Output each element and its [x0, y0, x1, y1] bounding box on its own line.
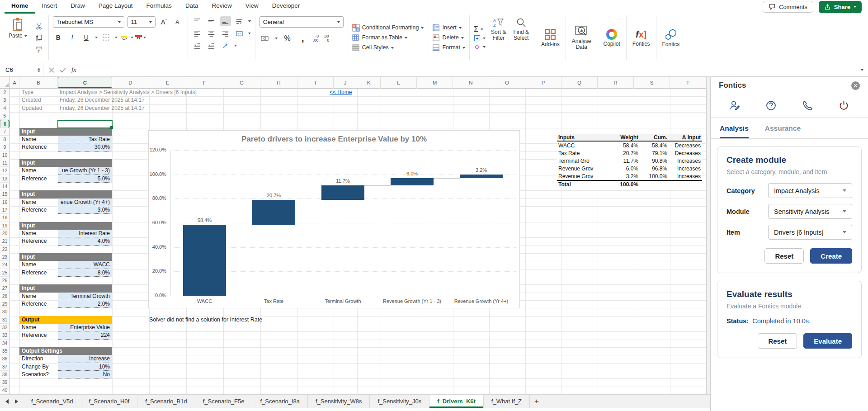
sheet-tab-f_Drivers_K6t[interactable]: f_Drivers_K6t: [429, 395, 484, 408]
row-header-22[interactable]: 22: [0, 246, 10, 253]
column-header-R[interactable]: R: [598, 77, 634, 89]
fill-button[interactable]: [474, 35, 486, 42]
signout-button[interactable]: [838, 99, 850, 112]
row-header-38[interactable]: 38: [0, 371, 10, 378]
close-pane-button[interactable]: [851, 81, 860, 90]
decrease-decimal-button[interactable]: .00→0: [323, 34, 329, 43]
underline-caret[interactable]: [95, 37, 98, 38]
copilot-button[interactable]: Copilot: [601, 28, 622, 48]
sheet-tab-f_Sensitivity_W8s[interactable]: f_Sensitivity_W8s: [308, 395, 370, 408]
sheet-tab-f_Sensitivity_J0s[interactable]: f_Sensitivity_J0s: [370, 395, 429, 408]
row-header-36[interactable]: 36: [0, 355, 10, 363]
pane-tab-assurance[interactable]: Assurance: [765, 124, 801, 138]
reference-value-cell[interactable]: 224: [58, 331, 112, 339]
reference-value-cell[interactable]: 4.0%: [58, 237, 112, 245]
column-header-S[interactable]: S: [634, 77, 670, 89]
chart-bar-0[interactable]: [183, 225, 226, 296]
row-header-30[interactable]: 30: [0, 308, 10, 316]
column-header-B[interactable]: B: [19, 77, 58, 89]
name-box-spinner[interactable]: [38, 68, 40, 72]
reference-value-cell[interactable]: 8.0%: [58, 269, 112, 277]
font-name-select[interactable]: Trebuchet MS: [53, 16, 124, 28]
chart-bar-3[interactable]: [391, 178, 434, 185]
bold-button[interactable]: B: [53, 33, 64, 43]
increase-decimal-button[interactable]: ←0.00: [313, 34, 319, 43]
align-bottom-button[interactable]: [220, 16, 231, 26]
column-header-H[interactable]: H: [260, 77, 297, 89]
borders-caret[interactable]: [115, 37, 118, 38]
fill-color-caret[interactable]: [131, 37, 133, 38]
reference-value-cell[interactable]: 2.0%: [58, 300, 112, 308]
row-header-39[interactable]: 39: [0, 378, 10, 386]
chart-bar-2[interactable]: [321, 185, 364, 199]
wrap-text-button[interactable]: [234, 16, 245, 26]
name-value-cell[interactable]: WACC: [58, 261, 112, 269]
help-button[interactable]: [765, 99, 777, 112]
row-header-37[interactable]: 37: [0, 363, 10, 371]
fontics-fx-button[interactable]: fx] Fontics: [631, 28, 652, 48]
create-button[interactable]: Create: [810, 248, 852, 264]
align-middle-button[interactable]: [206, 16, 217, 26]
align-left-button[interactable]: [192, 28, 203, 38]
row-header-7[interactable]: 7: [0, 128, 10, 136]
share-dropdown-caret[interactable]: [854, 6, 856, 8]
name-value-cell[interactable]: Tax Rate: [58, 136, 112, 143]
row-header-18[interactable]: 18: [0, 214, 10, 222]
column-header-K[interactable]: K: [357, 77, 381, 89]
column-header-E[interactable]: E: [149, 77, 186, 89]
fill-color-button[interactable]: [121, 35, 127, 40]
font-color-caret[interactable]: [143, 37, 146, 38]
name-value-cell[interactable]: enue Growth (Yr 4+): [58, 198, 112, 206]
pane-tab-analysis[interactable]: Analysis: [720, 124, 749, 138]
row-header-12[interactable]: 12: [0, 167, 10, 175]
pareto-chart[interactable]: Pareto drivers to increase Enterprise Va…: [148, 130, 520, 308]
row-header-29[interactable]: 29: [0, 300, 10, 308]
setting-value-1[interactable]: 10%: [58, 363, 112, 371]
item-select[interactable]: Drivers [6 Inputs]: [768, 225, 852, 240]
sheet-tab-f_Scenario_H0f[interactable]: f_Scenario_H0f: [81, 395, 138, 408]
paste-button[interactable]: Paste: [7, 16, 29, 59]
accounting-caret[interactable]: [275, 38, 278, 39]
sheet-tab-f_Scenario_V5d[interactable]: f_Scenario_V5d: [24, 395, 81, 408]
insert-cells-button[interactable]: Insert: [432, 24, 465, 32]
reference-value-cell[interactable]: 5.0%: [58, 175, 112, 183]
ribbon-tab-home[interactable]: Home: [5, 0, 35, 14]
reference-value-cell[interactable]: 30.0%: [58, 143, 112, 151]
row-header-9[interactable]: 9: [0, 143, 10, 151]
row-header-33[interactable]: 33: [0, 331, 10, 339]
row-header-24[interactable]: 24: [0, 261, 10, 269]
column-header-O[interactable]: O: [489, 77, 525, 89]
account-button[interactable]: [729, 99, 741, 112]
formula-bar-expand-button[interactable]: [856, 69, 868, 71]
find-select-button[interactable]: Find &Select: [511, 16, 531, 59]
autosum-button[interactable]: Σ: [474, 25, 486, 33]
row-header-40[interactable]: 40: [0, 387, 10, 394]
cut-button[interactable]: [33, 21, 44, 31]
name-value-cell[interactable]: Interest Rate: [58, 230, 112, 237]
column-header-J[interactable]: J: [334, 77, 357, 89]
row-header-16[interactable]: 16: [0, 198, 10, 206]
column-header-M[interactable]: M: [417, 77, 453, 89]
share-button[interactable]: Share: [819, 1, 862, 13]
row-header-15[interactable]: 15: [0, 190, 10, 198]
merge-caret[interactable]: [248, 33, 251, 34]
ribbon-tab-formulas[interactable]: Formulas: [140, 0, 179, 14]
cell-styles-button[interactable]: Cell Styles: [352, 44, 424, 52]
home-link[interactable]: << Home: [330, 89, 352, 96]
sheet-tab-f_Scenario_I8a[interactable]: f_Scenario_I8a: [252, 395, 307, 408]
addins-button[interactable]: Add-ins: [539, 28, 561, 48]
row-header-26[interactable]: 26: [0, 277, 10, 284]
align-top-button[interactable]: [192, 16, 203, 26]
column-header-I[interactable]: I: [297, 77, 334, 89]
row-header-17[interactable]: 17: [0, 206, 10, 214]
reference-value-cell[interactable]: 3.0%: [58, 206, 112, 214]
font-size-select[interactable]: 11: [127, 16, 156, 28]
analyse-data-button[interactable]: AnalyseData: [570, 24, 593, 51]
font-color-button[interactable]: A: [137, 35, 141, 41]
wrap-text-caret[interactable]: [248, 20, 251, 22]
align-center-button[interactable]: [206, 28, 217, 38]
format-as-table-button[interactable]: Format as Table: [352, 34, 424, 42]
name-value-cell[interactable]: ue Growth (Yr 1 - 3): [58, 167, 112, 175]
ribbon-tab-review[interactable]: Review: [205, 0, 238, 14]
number-format-select[interactable]: General: [259, 16, 344, 28]
